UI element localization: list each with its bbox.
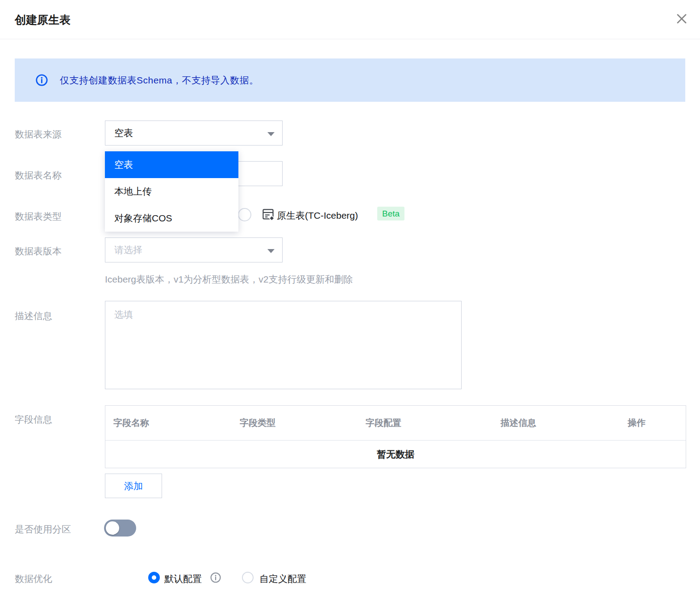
type-radio-native-table[interactable]	[238, 208, 251, 221]
dialog-title: 创建原生表	[15, 12, 71, 27]
empty-data-text: 暂无数据	[105, 441, 686, 468]
radio-default-config[interactable]	[148, 572, 160, 583]
source-select[interactable]: 空表	[105, 121, 283, 146]
header-divider	[0, 39, 700, 39]
optimization-label: 数据优化	[15, 573, 52, 585]
partition-label: 是否使用分区	[15, 523, 71, 536]
type-option-label: 原生表(TC-Iceberg)	[277, 209, 358, 222]
custom-config-label: 自定义配置	[259, 573, 306, 585]
banner-text: 仅支持创建数据表Schema，不支持导入数据。	[60, 74, 259, 87]
chevron-down-icon	[267, 132, 275, 136]
name-label: 数据表名称	[15, 169, 62, 182]
chevron-down-icon	[267, 249, 275, 253]
create-native-table-dialog: 创建原生表 仅支持创建数据表Schema，不支持导入数据。 数据表来源 空表 数…	[0, 0, 700, 599]
fields-table-header: 字段名称 字段类型 字段配置 描述信息 操作	[105, 406, 686, 441]
source-label: 数据表来源	[15, 128, 62, 141]
source-dropdown: 空表 本地上传 对象存储COS	[105, 151, 238, 232]
radio-custom-config[interactable]	[242, 572, 254, 583]
dropdown-option-cos[interactable]: 对象存储COS	[105, 205, 238, 232]
version-select-placeholder: 请选择	[114, 244, 142, 256]
description-label: 描述信息	[15, 310, 52, 322]
column-header: 字段类型	[232, 417, 358, 429]
source-select-value: 空表	[114, 127, 133, 139]
info-circle-icon	[36, 74, 48, 86]
column-header: 操作	[620, 417, 686, 429]
column-header: 字段配置	[358, 417, 492, 429]
beta-badge: Beta	[377, 207, 404, 220]
toggle-knob	[106, 521, 119, 535]
fields-label: 字段信息	[15, 413, 52, 426]
info-banner: 仅支持创建数据表Schema，不支持导入数据。	[15, 58, 685, 102]
fields-table: 字段名称 字段类型 字段配置 描述信息 操作 暂无数据	[105, 405, 686, 468]
native-table-icon	[261, 208, 275, 223]
close-button[interactable]	[672, 10, 692, 29]
dropdown-option-empty-table[interactable]: 空表	[105, 151, 238, 178]
column-header: 字段名称	[105, 417, 232, 429]
description-textarea[interactable]	[105, 301, 462, 389]
version-select[interactable]: 请选择	[105, 237, 283, 262]
column-header: 描述信息	[492, 417, 620, 429]
partition-toggle[interactable]	[104, 520, 136, 537]
default-config-label: 默认配置	[164, 573, 202, 585]
add-field-button[interactable]: 添加	[105, 474, 162, 498]
close-icon	[675, 12, 688, 27]
type-label: 数据表类型	[15, 210, 62, 223]
info-circle-icon[interactable]	[210, 572, 221, 583]
version-hint: Iceberg表版本，v1为分析型数据表，v2支持行级更新和删除	[105, 273, 353, 286]
dropdown-option-local-upload[interactable]: 本地上传	[105, 178, 238, 205]
version-label: 数据表版本	[15, 245, 62, 258]
